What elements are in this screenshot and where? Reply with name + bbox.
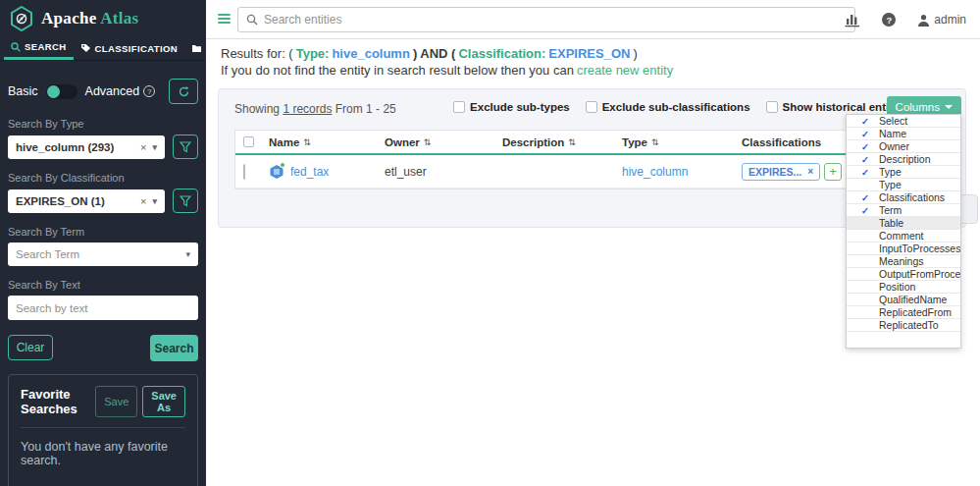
basic-advanced-toggle[interactable]: [46, 84, 77, 99]
clear-type-icon[interactable]: ×: [140, 141, 146, 153]
classification-tag[interactable]: EXPIRES... ×: [742, 163, 820, 181]
columns-menu-item-owner[interactable]: ✓Owner: [847, 140, 960, 153]
advanced-help-icon[interactable]: ?: [143, 85, 155, 97]
save-as-button[interactable]: Save As: [142, 386, 185, 417]
tab-classification[interactable]: CLASSIFICATION: [74, 36, 185, 60]
result-options: Exclude sub-types Exclude sub-classifica…: [453, 101, 908, 113]
classification-filter-value: EXPIRES_ON: [548, 46, 630, 61]
search-button[interactable]: Search: [150, 335, 198, 361]
filter-funnel-icon: [180, 195, 191, 207]
columns-menu-item-inputtoprocesses[interactable]: InputToProcesses: [847, 243, 960, 255]
type-filter-label: Type:: [296, 46, 330, 61]
table-row: fed_tax etl_user hive_column EXPIRES... …: [235, 155, 951, 189]
columns-menu-item-qualifiedname[interactable]: QualifiedName: [847, 294, 960, 306]
help-icon[interactable]: ?: [882, 13, 896, 27]
chevron-down-icon: [945, 105, 953, 109]
global-search-box[interactable]: [237, 7, 855, 32]
check-icon: ✓: [861, 167, 869, 178]
classification-filter-button[interactable]: [173, 189, 198, 213]
results-summary: Results for: (Type:hive_column) AND (Cla…: [221, 45, 673, 79]
table-header-row: Name⇅ Owner⇅ Description⇅ Type⇅ Classifi…: [235, 131, 951, 155]
favorite-searches-panel: Favorite Searches Save Save As You don't…: [8, 374, 198, 486]
search-icon: [246, 14, 258, 26]
columns-menu-item-classifications[interactable]: ✓Classifications: [847, 191, 960, 204]
clear-classification-icon[interactable]: ×: [140, 195, 146, 207]
type-filter-button[interactable]: [173, 135, 198, 159]
columns-dropdown-menu: ✓Select ✓Name ✓Owner ✓Description ✓Type …: [846, 114, 961, 349]
search-by-term-label: Search By Term: [8, 226, 198, 238]
columns-menu-item-type2[interactable]: Type: [847, 179, 960, 191]
check-icon: ✓: [861, 141, 869, 152]
results-close-paren: ): [633, 46, 637, 61]
search-icon: [11, 42, 21, 52]
app-logo[interactable]: Apache Atlas: [0, 0, 206, 36]
search-by-type-label: Search By Type: [8, 118, 198, 130]
checkbox-icon: [453, 101, 465, 113]
record-count: Showing 1 records From 1 - 25: [234, 102, 396, 116]
classification-select[interactable]: EXPIRES_ON (1) × ▾: [8, 189, 165, 213]
type-link[interactable]: hive_column: [622, 165, 742, 179]
filter-funnel-icon: [180, 141, 191, 153]
classification-filter-label: Classification:: [458, 46, 545, 61]
text-search-input[interactable]: [8, 296, 198, 320]
column-header-owner[interactable]: Owner⇅: [385, 136, 502, 148]
refresh-button[interactable]: [169, 79, 198, 104]
apache-atlas-app: Apache Atlas SEARCH CLASSIFICATION: [0, 0, 980, 486]
column-header-name[interactable]: Name⇅: [269, 136, 385, 148]
tab-search[interactable]: SEARCH: [4, 36, 74, 60]
columns-menu-item-type[interactable]: ✓Type: [847, 166, 960, 179]
exclude-subtypes-checkbox[interactable]: Exclude sub-types: [453, 101, 570, 113]
columns-menu-item-replicatedto[interactable]: ReplicatedTo: [847, 319, 960, 332]
column-header-description[interactable]: Description⇅: [502, 136, 622, 148]
columns-menu-item-position[interactable]: Position: [847, 281, 960, 294]
user-menu[interactable]: admin: [917, 13, 966, 27]
basic-mode-label: Basic: [8, 84, 38, 98]
columns-menu-item-meanings[interactable]: Meanings: [847, 255, 960, 268]
search-by-classification-label: Search By Classification: [8, 172, 198, 184]
columns-menu-item-name[interactable]: ✓Name: [847, 128, 960, 140]
columns-menu-item-term[interactable]: ✓Term: [847, 204, 960, 217]
column-header-type[interactable]: Type⇅: [622, 136, 742, 148]
columns-menu-item-select[interactable]: ✓Select: [847, 115, 960, 128]
columns-menu-item-outputfromprocesses[interactable]: OutputFromProcesses: [847, 268, 960, 281]
sort-icon: ⇅: [303, 137, 311, 147]
checkbox-icon: [766, 101, 778, 113]
classification-dot-icon: [280, 162, 285, 168]
type-select[interactable]: hive_column (293) × ▾: [8, 135, 165, 159]
records-link[interactable]: 1 records: [283, 102, 332, 116]
columns-menu-item-description[interactable]: ✓Description: [847, 153, 960, 166]
row-checkbox[interactable]: [243, 164, 245, 180]
check-icon: ✓: [861, 192, 869, 203]
add-classification-button[interactable]: +: [824, 163, 842, 181]
results-prefix: Results for: (: [221, 46, 293, 61]
results-table: Name⇅ Owner⇅ Description⇅ Type⇅ Classifi…: [234, 130, 952, 189]
tab-search-label: SEARCH: [25, 41, 67, 52]
toggle-knob: [47, 85, 60, 98]
remove-tag-icon[interactable]: ×: [807, 166, 813, 177]
hint-text: If you do not find the entity in search …: [221, 63, 574, 78]
advanced-mode-label: Advanced: [85, 84, 140, 98]
user-icon: [917, 14, 930, 27]
check-icon: ✓: [861, 205, 869, 216]
save-button[interactable]: Save: [95, 386, 137, 417]
checkbox-icon: [586, 101, 597, 113]
entity-name-link[interactable]: fed_tax: [290, 165, 329, 179]
and-operator: ) AND (: [413, 46, 456, 61]
term-select-placeholder: Search Term: [16, 248, 79, 260]
columns-menu-item-table[interactable]: Table: [847, 217, 960, 230]
columns-menu-item-replicatedfrom[interactable]: ReplicatedFrom: [847, 306, 960, 319]
refresh-icon: [178, 85, 190, 98]
statistics-chart-icon[interactable]: [845, 13, 860, 27]
columns-menu-item-comment[interactable]: Comment: [847, 230, 960, 243]
exclude-subclassifications-checkbox[interactable]: Exclude sub-classifications: [586, 101, 750, 113]
chevron-down-icon: ▾: [152, 196, 157, 206]
favorite-searches-title: Favorite Searches: [21, 387, 95, 416]
create-new-entity-link[interactable]: create new entity: [577, 63, 673, 78]
search-filters-form: Basic Advanced ? Search By Type hive_col…: [0, 78, 206, 320]
term-select[interactable]: Search Term ▾: [8, 243, 198, 266]
menu-hamburger-icon[interactable]: [218, 14, 231, 25]
select-all-checkbox[interactable]: [243, 136, 254, 147]
clear-button[interactable]: Clear: [8, 335, 53, 360]
search-by-text-label: Search By Text: [8, 279, 198, 291]
global-search-input[interactable]: [264, 13, 847, 27]
